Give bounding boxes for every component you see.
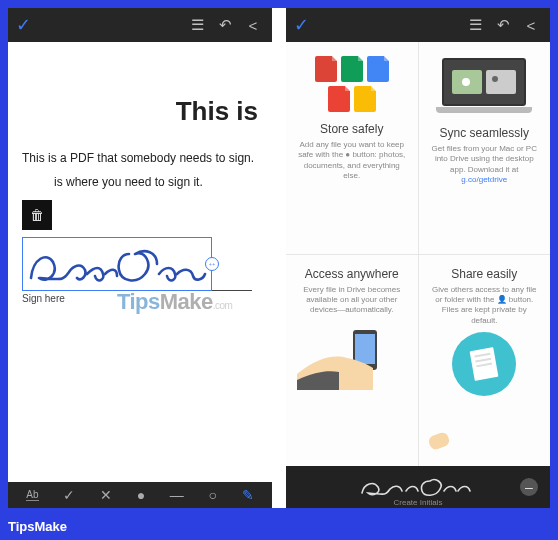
file-icon-green	[341, 56, 363, 82]
doc-line2: is where you need to sign it.	[22, 175, 258, 189]
right-topbar: ✓ ☰ ↶ <	[286, 8, 550, 42]
card-title: Sync seamlessly	[440, 126, 529, 140]
file-icon-pdf	[328, 86, 350, 112]
app-frame: ✓ ☰ ↶ < This is This is a PDF that someb…	[8, 8, 550, 508]
tool-pen[interactable]: ✎	[242, 487, 254, 503]
align-icon[interactable]: ☰	[186, 16, 208, 34]
align-icon[interactable]: ☰	[464, 16, 486, 34]
pdf-signer-pane: ✓ ☰ ↶ < This is This is a PDF that someb…	[8, 8, 272, 508]
card-sync-seamlessly[interactable]: Sync seamlessly Get files from your Mac …	[419, 42, 551, 254]
laptop-icon	[436, 58, 532, 116]
file-icon-yellow	[354, 86, 376, 112]
watermark: TipsMake.com	[117, 289, 233, 315]
undo-icon[interactable]: ↶	[214, 16, 236, 34]
tool-line[interactable]: ―	[170, 487, 184, 503]
welcome-grid: Store safely Add any file you want to ke…	[286, 42, 550, 466]
file-icon-blue	[367, 56, 389, 82]
confirm-icon[interactable]: ✓	[16, 14, 31, 36]
saved-signature-icon[interactable]	[358, 475, 478, 499]
card-desc: Give others access to any file or folder…	[429, 285, 541, 327]
resize-handle-icon[interactable]: ↔	[205, 257, 219, 271]
document-area: This is This is a PDF that somebody need…	[8, 42, 272, 482]
card-desc: Get files from your Mac or PC into Drive…	[429, 144, 541, 186]
signature-stroke	[25, 240, 211, 290]
tool-text[interactable]: Ab	[26, 489, 38, 501]
tool-circle[interactable]: ○	[208, 487, 216, 503]
signature-bar: – Create Initials	[286, 466, 550, 508]
undo-icon[interactable]: ↶	[492, 16, 514, 34]
confirm-icon[interactable]: ✓	[294, 14, 309, 36]
left-topbar: ✓ ☰ ↶ <	[8, 8, 272, 42]
svg-rect-1	[355, 334, 375, 364]
file-icon-red	[315, 56, 337, 82]
footer-brand: TipsMake	[8, 519, 550, 534]
card-title: Access anywhere	[305, 267, 399, 281]
card-title: Share easily	[451, 267, 517, 281]
share-icon[interactable]: <	[520, 17, 542, 34]
card-store-safely[interactable]: Store safely Add any file you want to ke…	[286, 42, 418, 254]
tool-cross[interactable]: ✕	[100, 487, 112, 503]
card-access-anywhere[interactable]: Access anywhere Every file in Drive beco…	[286, 255, 418, 467]
doc-line1: This is a PDF that somebody needs to sig…	[22, 151, 258, 165]
card-desc: Every file in Drive becomes available on…	[296, 285, 408, 316]
tool-dot[interactable]: ●	[137, 487, 145, 503]
trash-icon: 🗑	[30, 207, 44, 223]
bottom-toolstrip: Ab ✓ ✕ ● ― ○ ✎	[8, 482, 272, 508]
file-icon-row	[309, 56, 395, 112]
create-initials-label[interactable]: Create Initials	[394, 498, 443, 507]
doc-heading: This is	[22, 96, 258, 127]
drive-welcome-pane: ✓ ☰ ↶ < Store safely Add any file you wa…	[286, 8, 550, 508]
card-desc: Add any file you want to keep safe with …	[296, 140, 408, 182]
card-title: Store safely	[320, 122, 383, 136]
share-circle-icon	[452, 332, 516, 396]
card-share-easily[interactable]: Share easily Give others access to any f…	[419, 255, 551, 467]
remove-signature-button[interactable]: –	[520, 478, 538, 496]
share-icon[interactable]: <	[242, 17, 264, 34]
delete-button[interactable]: 🗑	[22, 200, 52, 230]
signature-outline[interactable]: ↔	[22, 237, 212, 291]
tool-check[interactable]: ✓	[63, 487, 75, 503]
hand-phone-icon	[297, 322, 407, 390]
